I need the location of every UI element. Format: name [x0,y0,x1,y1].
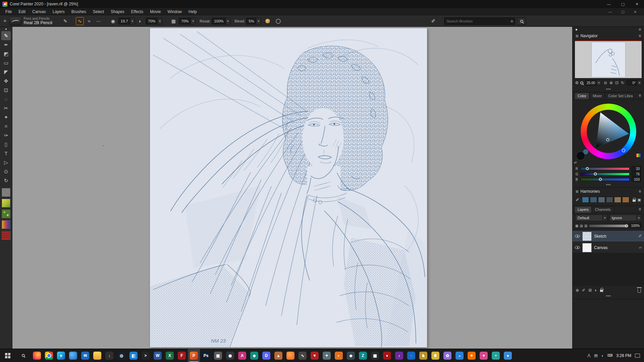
app-downloads[interactable]: ↓ [103,349,115,362]
new-watercolor-layer-icon[interactable]: ✐ [582,288,585,293]
color-menu-icon[interactable]: ≡ [639,94,641,98]
app-orange-star[interactable]: ✶ [466,349,478,362]
app-word[interactable]: W [152,349,164,362]
harmony-swatch[interactable] [622,197,629,203]
zoom-out-icon[interactable]: ⊖ [603,80,608,85]
channel-slider[interactable] [581,173,630,176]
eraser-tool[interactable]: ▭ [1,58,11,67]
harmony-save-icon[interactable]: ▣ [638,198,641,202]
menu-item[interactable]: Effects [128,8,147,15]
harmony-swatch[interactable] [598,197,605,203]
notification-center-icon[interactable] [635,354,640,358]
crop-tool[interactable]: ⌗ [1,122,11,131]
app-teal-round[interactable]: ◓ [490,349,502,362]
app-orange-half[interactable]: ◐ [333,349,345,362]
doc-close-button[interactable]: ✕ [632,10,640,14]
app-filezilla[interactable]: F [176,349,188,362]
blend-mode-dropdown[interactable]: Default ▼ [575,215,607,221]
main-color-swatch[interactable] [577,152,585,160]
lock-icon[interactable] [633,199,636,202]
preserve-transparency-icon[interactable]: ▦ [575,224,578,228]
harmony-swatch[interactable] [582,197,589,203]
menu-item[interactable]: Layers [49,8,68,15]
dropper-tool[interactable]: ✒ [1,40,11,49]
composite-depth-dropdown[interactable]: Ignore ▼ [609,215,642,221]
layer-row[interactable]: Canvas ▱ [573,242,644,253]
shape-selection-tool[interactable]: ▷ [1,158,11,167]
menu-item[interactable]: Help [185,8,200,15]
tray-expand-icon[interactable]: ⋀ [587,353,590,358]
taskbar-search-button[interactable] [15,349,31,362]
bleed-value-box[interactable]: 5% ▼ [246,18,261,24]
pattern-selector[interactable] [2,209,10,218]
channel-slider[interactable] [581,167,630,170]
app-pink-heart[interactable]: ♥ [478,349,490,362]
navigation-compass-icon[interactable]: ⌖ [3,18,7,24]
app-blender[interactable]: ▲ [272,349,284,362]
blend-mode-arrow-icon[interactable]: ▼ [602,215,607,221]
app-dark-grid[interactable]: ▦ [369,349,381,362]
new-layer-icon[interactable]: ⊕ [576,288,579,293]
size-value-box[interactable]: 19.7 ▼ [118,18,135,24]
app-file-explorer[interactable] [91,349,103,362]
app-capture[interactable]: ▣ [212,349,224,362]
navigator-header[interactable]: ⊠ Navigator ≡ [573,32,644,40]
grain-dropdown-arrow-icon[interactable]: ▼ [191,18,195,24]
paint-bucket-tool[interactable]: ◩ [1,49,11,58]
menu-item[interactable]: Shapes [107,8,128,15]
app-mail[interactable]: ✉ [79,349,91,362]
app-edge[interactable]: e [55,349,67,362]
app-steam[interactable]: ◎ [115,349,127,362]
navigator-settings-icon[interactable]: ⚙ [575,80,579,85]
clean-brush-icon[interactable]: ✐ [431,18,435,24]
bleed-dropdown-arrow-icon[interactable]: ▼ [256,18,261,24]
harmonies-menu-icon[interactable]: ≡ [639,189,641,193]
navigator-page-thumbnail[interactable] [592,42,625,77]
harmony-swatch[interactable] [614,197,621,203]
navigator-preview[interactable] [575,40,642,78]
magic-wand-tool[interactable]: ✦ [1,113,11,122]
magnifier-tool[interactable]: ⊙ [1,167,11,176]
app-chrome[interactable] [43,349,55,362]
lasso-tool[interactable]: ◌ [1,95,11,104]
layer-mask-icon[interactable]: ◐ [595,288,597,293]
resat-dropdown-arrow-icon[interactable]: ▼ [225,18,230,24]
group-layers-icon[interactable]: ⊞ [588,288,592,293]
swap-colors-icon[interactable]: ⇄ [574,161,577,164]
layer-adjuster-tool[interactable]: ✥ [1,76,11,85]
app-blue-disc[interactable]: ◌ [405,349,417,362]
app-zoom-teal[interactable]: Z [357,349,369,362]
paper-selector[interactable] [2,188,10,197]
pen-tool[interactable]: ✑ [1,131,11,140]
opacity-dropdown-arrow-icon[interactable]: ▼ [157,18,162,24]
channel-slider-handle[interactable] [586,167,589,170]
rotation-dropdown-arrow-icon[interactable]: ▼ [637,80,642,85]
size-dropdown-arrow-icon[interactable]: ▼ [130,18,135,24]
weave-selector[interactable] [2,231,10,240]
menu-item[interactable]: Canvas [29,8,49,15]
composite-depth-arrow-icon[interactable]: ▼ [636,215,641,221]
tray-network-icon[interactable]: ▤ [594,353,597,358]
toolbox-drag-handle[interactable] [5,28,7,30]
menu-item[interactable]: Movie [147,8,164,15]
app-orange-round[interactable] [284,349,297,362]
text-tool[interactable]: T [1,149,11,158]
zoom-dropdown-arrow-icon[interactable]: ▼ [596,80,601,85]
color-panel-tab[interactable]: Color [575,93,589,99]
app-discord[interactable]: D [260,349,272,362]
rectangular-selection-tool[interactable]: ⊡ [1,85,11,95]
app-obs[interactable]: ◉ [224,349,236,362]
channel-slider[interactable] [581,178,630,181]
layer-opacity-slider[interactable] [589,224,628,228]
color-panel-tab[interactable]: Color Set Libraries [605,93,633,99]
menu-item[interactable]: Edit [15,8,29,15]
sv-triangle[interactable] [581,104,636,159]
panel-collapse-icon[interactable]: ⊠ [576,34,578,38]
scissors-tool[interactable]: ✂ [1,104,11,113]
rotate-reset-icon[interactable]: ↻ [620,80,625,85]
resat-value-box[interactable]: 100% ▼ [212,18,230,24]
harmony-edit-icon[interactable]: ✐ [576,197,579,202]
app-lavender[interactable]: ✿ [441,349,453,362]
color-set-icon[interactable] [636,153,641,158]
app-photoshop[interactable]: Ps [200,349,212,362]
